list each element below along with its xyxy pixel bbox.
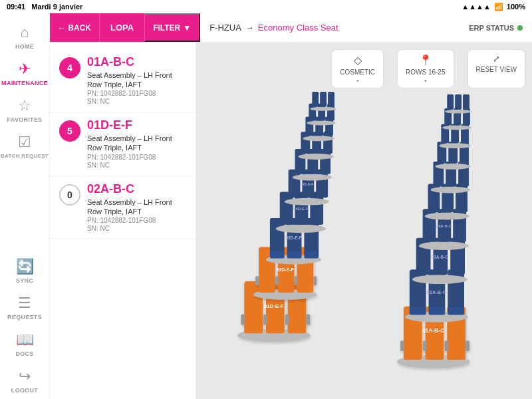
sidebar-label-logout: LOGOUT (11, 387, 38, 394)
svg-point-43 (293, 174, 332, 181)
seat-info-01abc: 01A-B-C Seat Assembly – LH Front Row Tri… (87, 56, 186, 105)
svg-rect-60 (312, 92, 319, 107)
svg-rect-19 (297, 285, 314, 293)
seat-badge-02abc: 0 (59, 184, 80, 205)
requests-icon: ☰ (18, 295, 31, 312)
svg-rect-73 (466, 340, 469, 351)
svg-rect-31 (304, 251, 319, 259)
svg-point-51 (303, 136, 334, 141)
topbar-left: ← BACK LOPA FILTER ▼ (50, 13, 200, 42)
svg-rect-11 (306, 315, 310, 325)
topbar: ← BACK LOPA FILTER ▼ F-HZUA → Economy Cl… (50, 13, 532, 43)
seat-info-01def: 01D-E-F Seat Assembly – LH Front Row Tri… (87, 119, 186, 168)
filter-button[interactable]: FILTER ▼ (144, 13, 200, 42)
svg-point-113 (445, 110, 471, 114)
svg-rect-115 (455, 94, 462, 110)
svg-rect-70 (400, 340, 404, 351)
reset-view-button[interactable]: ⤢ RESET VIEW (467, 49, 526, 88)
breadcrumb-separator: → (245, 23, 254, 33)
svg-rect-67 (404, 350, 422, 360)
svg-rect-68 (426, 350, 444, 360)
sidebar-item-home[interactable]: ⌂ HOME (0, 19, 49, 55)
home-icon: ⌂ (20, 24, 29, 41)
seat-sn-01abc: SN: NC (87, 98, 186, 105)
sidebar-label-docs: DOCS (15, 350, 33, 357)
seat-badge-01def: 5 (59, 120, 80, 142)
seat-code-01def: 01D-E-F (87, 119, 186, 132)
svg-rect-30 (287, 251, 302, 259)
signal-icon: ▲▲▲▲ (462, 3, 491, 11)
sidebar-label-requests: REQUESTS (7, 314, 42, 321)
cosmetic-button[interactable]: ◇ COSMETIC ▾ (331, 49, 384, 88)
svg-rect-10 (285, 315, 289, 325)
breadcrumb-root: F-HZUA (209, 23, 241, 33)
svg-rect-5 (244, 324, 263, 333)
rows-label: ROWS 16-25 (406, 68, 445, 76)
breadcrumb-current: Economy Class Seat (258, 23, 338, 33)
svg-rect-7 (288, 324, 307, 333)
sidebar-label-favorites: FAVORITES (7, 116, 42, 123)
reset-label: RESET VIEW (476, 66, 517, 73)
status-bar: 09:41 Mardi 9 janvier ▲▲▲▲ 📶 100% (0, 0, 532, 13)
sidebar-item-favorites[interactable]: ☆ FAVORITES (0, 92, 49, 128)
main-3d-view[interactable]: ◇ COSMETIC ▾ 📍 ROWS 16-25 ▾ ⤢ RESET VIEW (196, 43, 532, 399)
svg-text:05D-E-F: 05D-E-F (300, 182, 314, 186)
svg-point-105 (439, 143, 471, 148)
svg-rect-17 (259, 285, 275, 293)
svg-rect-6 (266, 324, 285, 333)
sidebar-item-maintenance[interactable]: ✈ MAINTENANCE (0, 55, 49, 92)
svg-point-33 (276, 224, 326, 233)
seat-item-02abc[interactable]: 0 02A-B-C Seat Assembly – LH Front Row T… (50, 176, 196, 239)
svg-rect-20 (255, 276, 259, 285)
lopa-button[interactable]: LOPA (99, 13, 144, 42)
svg-rect-116 (463, 94, 469, 110)
topbar-right: ERP STATUS (469, 24, 532, 32)
svg-text:04D-E-F: 04D-E-F (293, 207, 309, 211)
svg-point-88 (419, 241, 469, 250)
svg-rect-21 (275, 276, 279, 285)
sidebar-item-logout[interactable]: ↪ LOGOUT (0, 362, 49, 399)
svg-point-59 (310, 107, 336, 111)
sidebar-item-sync[interactable]: 🔄 SYNC (0, 253, 49, 289)
sidebar-label-home: HOME (15, 43, 34, 50)
svg-point-101 (435, 164, 470, 170)
filter-icon: ▼ (183, 23, 191, 33)
wifi-icon: 📶 (494, 3, 503, 11)
svg-point-38 (285, 198, 329, 205)
svg-point-55 (307, 120, 336, 125)
reset-icon: ⤢ (493, 54, 500, 64)
seat-pn-01def: PN: 1042882-101FG08 (87, 154, 186, 161)
seat-item-01abc[interactable]: 4 01A-B-C Seat Assembly – LH Front Row T… (50, 49, 196, 112)
svg-text:02D-E-F: 02D-E-F (277, 267, 294, 272)
svg-point-47 (298, 154, 333, 160)
rows-button[interactable]: 📍 ROWS 16-25 ▾ (397, 49, 454, 88)
sync-icon: 🔄 (16, 258, 34, 275)
seat-list-panel: 4 01A-B-C Seat Assembly – LH Front Row T… (50, 43, 196, 399)
seat-desc-02abc: Seat Assembly – LH Front Row Triple, IAF… (87, 198, 186, 217)
rows-chevron-icon: ▾ (424, 78, 427, 84)
seat-item-01def[interactable]: 5 01D-E-F Seat Assembly – LH Front Row T… (50, 112, 196, 176)
svg-rect-18 (278, 285, 295, 293)
sidebar-label-maintenance: MAINTENANCE (1, 80, 48, 86)
back-button[interactable]: ← BACK (50, 13, 99, 42)
seat-desc-01def: Seat Assembly – LH Front Row Triple, IAF… (87, 134, 186, 153)
logout-icon: ↪ (19, 368, 31, 385)
erp-status-label: ERP STATUS (469, 24, 514, 32)
sidebar-item-docs[interactable]: 📖 DOCS (0, 326, 49, 362)
rows-icon: 📍 (419, 54, 432, 66)
sidebar-label-batch: BATCH REQUEST (1, 153, 49, 159)
battery-label: 100% (507, 3, 525, 11)
sidebar-item-batch-request[interactable]: ☑ BATCH REQUEST (0, 128, 49, 164)
seat-visualization: 01D-E-F 02D-E-F 03D-E-F (196, 43, 532, 399)
svg-rect-22 (295, 276, 298, 285)
svg-rect-0 (196, 45, 532, 398)
svg-text:01A-B-C: 01A-B-C (422, 327, 444, 334)
sidebar-label-sync: SYNC (16, 277, 33, 284)
seat-sn-01def: SN: NC (87, 162, 186, 169)
seat-info-02abc: 02A-B-C Seat Assembly – LH Front Row Tri… (87, 183, 186, 232)
svg-rect-114 (447, 94, 454, 110)
svg-rect-79 (410, 307, 426, 315)
sidebar-item-requests[interactable]: ☰ REQUESTS (0, 289, 49, 326)
docs-icon: 📖 (16, 331, 34, 348)
svg-rect-80 (429, 307, 446, 315)
